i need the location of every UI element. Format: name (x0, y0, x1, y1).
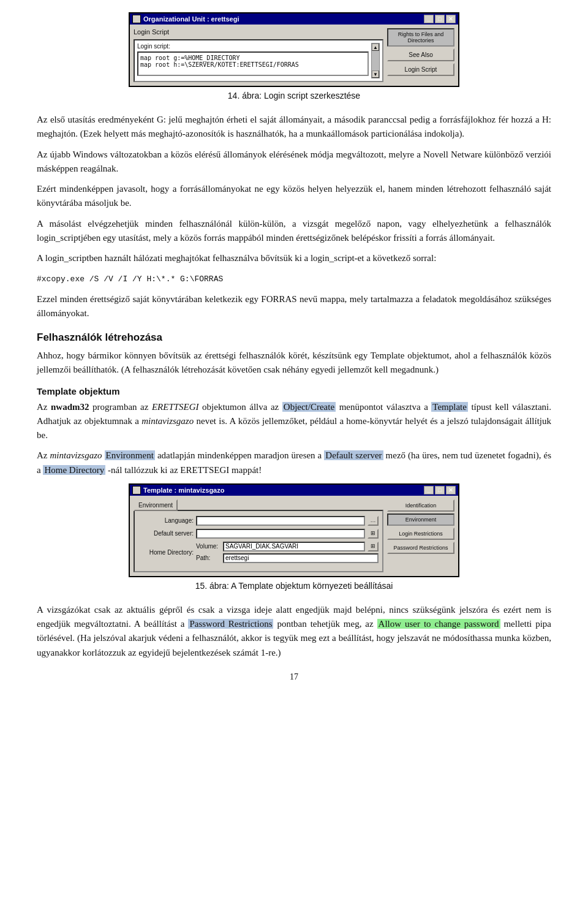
script-line-2: map root h:=\SZERVER/KOTET:ERETTSEGI/FOR… (140, 61, 366, 68)
default-server-btn[interactable]: ⊞ (368, 529, 379, 539)
scroll-track (372, 51, 379, 70)
figure1-title: Organizational Unit : erettsegi (143, 15, 239, 23)
password-restrictions-highlight: Password Restrictions (188, 619, 273, 629)
section1-heading: Felhasználók létrehozása (37, 331, 551, 344)
section2-heading: Template objektum (37, 386, 551, 396)
language-input[interactable] (196, 516, 365, 526)
environment-highlight: Environment (105, 450, 155, 460)
tab-login-script[interactable]: Login Script (134, 28, 383, 36)
paragraph-7: Ezzel minden érettségiző saját könyvtárá… (37, 292, 551, 321)
scrollbar[interactable]: ▲ ▼ (371, 43, 380, 78)
volume-btn[interactable]: ⊞ (368, 542, 379, 551)
s2p2-italic: mintavizsgazo (50, 450, 102, 460)
code-line: #xcopy.exe /S /V /I /Y H:\*.* G:\FORRAS (37, 271, 551, 286)
template-highlight: Template (431, 402, 468, 412)
figure1-window: Organizational Unit : erettsegi _ □ ✕ Lo… (129, 12, 459, 87)
nwadm32-bold: nwadm32 (51, 402, 89, 412)
figure2-window-icon (132, 486, 141, 494)
object-create-highlight: Object/Create (282, 402, 336, 412)
page-number: 17 (37, 672, 551, 682)
default-server-input[interactable] (196, 529, 365, 539)
environment-button[interactable]: Environment (387, 513, 454, 526)
home-directory-highlight: Home Directory (43, 465, 105, 475)
figure1-titlebar: Organizational Unit : erettsegi _ □ ✕ (130, 13, 458, 25)
environment-tab[interactable]: Environment (134, 499, 178, 511)
fig2-minimize-button[interactable]: _ (424, 486, 434, 494)
language-btn[interactable]: … (368, 516, 379, 526)
volume-label: Volume: (196, 543, 221, 550)
s2p1-mid3: menüpontot választva a (339, 402, 432, 412)
default-server-label: Default server: (138, 530, 194, 537)
password-restrictions-button[interactable]: Password Restrictions (387, 542, 454, 554)
figure2-window: Template : mintavizsgazo _ □ ✕ Environme… (129, 483, 459, 577)
fig2-right-panel: Identification Environment Login Restric… (387, 499, 454, 572)
section2-p1: Az nwadm32 programban az ERETTSEGI objek… (37, 400, 551, 443)
mintavizsgazo-italic: mintavizsgazo (141, 416, 194, 426)
erettsegi-italic: ERETTSEGI (152, 402, 199, 412)
figure2-caption: 15. ábra: A Template objektum környezeti… (195, 581, 393, 591)
scroll-down[interactable]: ▼ (372, 70, 379, 78)
s3p1-mid: pontban tehetjük meg, az (277, 619, 377, 629)
s2p2-end: -nál tallózzuk ki az ERETTSEGI mappát! (108, 465, 262, 475)
minimize-button[interactable]: _ (424, 15, 434, 23)
home-directory-label: Home Directory: (138, 549, 194, 556)
paragraph-4: A másolást elvégzehetjük minden felhaszn… (37, 217, 551, 246)
s2p2-mid2: adatlapján mindenképpen maradjon üresen … (157, 450, 324, 460)
close-button[interactable]: ✕ (446, 15, 456, 23)
s2p1-mid2: objektumon állva az (202, 402, 282, 412)
paragraph-3: Ezért mindenképpen javasolt, hogy a forr… (37, 182, 551, 211)
paragraph-1: Az első utasítás eredményeként G: jelű m… (37, 113, 551, 142)
identification-button[interactable]: Identification (387, 499, 454, 512)
s2p1-mid1: programban az (92, 402, 152, 412)
login-restrictions-button[interactable]: Login Restrictions (387, 528, 454, 540)
login-script-button[interactable]: Login Script (387, 63, 454, 76)
window-icon (132, 15, 141, 23)
scroll-up[interactable]: ▲ (372, 44, 379, 51)
figure1-caption: 14. ábra: Login script szerkesztése (228, 91, 360, 100)
paragraph-2: Az újabb Windows változatokban a közös e… (37, 148, 551, 176)
rights-files-button[interactable]: Rights to Files and Directories (387, 28, 454, 47)
script-line-1: map root g:=%HOME_DIRECTORY (140, 55, 366, 61)
section2-p2: Az mintavizsgazo Environment adatlapján … (37, 449, 551, 477)
path-input[interactable] (223, 553, 379, 563)
paragraph-5: A login_scriptben haznált hálózati megha… (37, 251, 551, 265)
section1-p1: Ahhoz, hogy bármikor könnyen bővítsük az… (37, 349, 551, 377)
right-panel: Rights to Files and Directories See Also… (387, 28, 454, 82)
path-label: Path: (196, 555, 221, 561)
default-szerver-highlight: Default szerver (324, 450, 383, 460)
allow-user-highlight: Allow user to change password (377, 619, 500, 629)
environment-panel: Language: … Default server: ⊞ Home Direc… (134, 510, 383, 572)
volume-input[interactable] (223, 542, 365, 551)
see-also-button[interactable]: See Also (387, 48, 454, 61)
script-label: Login script: (137, 43, 369, 50)
figure2-title: Template : mintavizsgazo (143, 487, 224, 494)
fig2-maximize-button[interactable]: □ (435, 486, 445, 494)
maximize-button[interactable]: □ (435, 15, 445, 23)
section3-p1: A vizsgázókat csak az aktuális gépről és… (37, 603, 551, 660)
fig2-close-button[interactable]: ✕ (446, 486, 456, 494)
language-label: Language: (138, 517, 194, 524)
figure2-titlebar: Template : mintavizsgazo _ □ ✕ (130, 485, 458, 496)
